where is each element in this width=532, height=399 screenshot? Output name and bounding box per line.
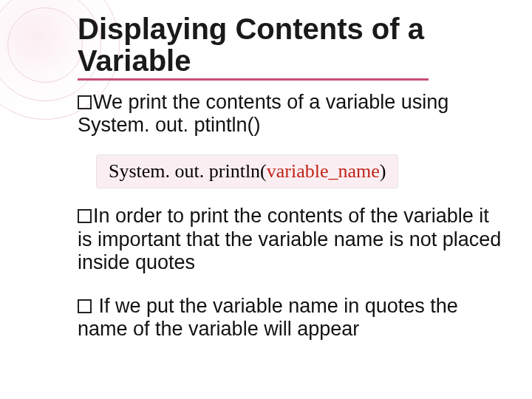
bullet-1-lead: We <box>93 91 123 113</box>
slide-title: Displaying Contents of a Variable <box>78 13 502 77</box>
slide: Displaying Contents of a Variable We pri… <box>0 0 532 399</box>
title-underline <box>78 78 429 81</box>
bullet-1: We print the contents of a variable usin… <box>78 91 502 137</box>
bullet-3-lead: If <box>93 295 110 317</box>
code-prefix: System. out. println( <box>109 160 267 182</box>
code-box: System. out. println(variable_name) <box>96 154 398 188</box>
checkbox-icon <box>78 209 92 223</box>
bullet-3: If we put the variable name in quotes th… <box>78 295 502 341</box>
checkbox-icon <box>78 95 92 109</box>
bullet-2-rest: order to print the contents of the varia… <box>78 205 501 273</box>
bullet-3-rest: we put the variable name in quotes the n… <box>78 295 458 340</box>
code-suffix: ) <box>380 160 386 182</box>
bullet-2-lead: In <box>93 205 110 227</box>
bullet-1-rest: print the contents of a variable using S… <box>78 91 449 136</box>
code-variable: variable_name <box>267 160 380 182</box>
bullet-2: In order to print the contents of the va… <box>78 205 502 273</box>
checkbox-icon <box>78 299 92 313</box>
